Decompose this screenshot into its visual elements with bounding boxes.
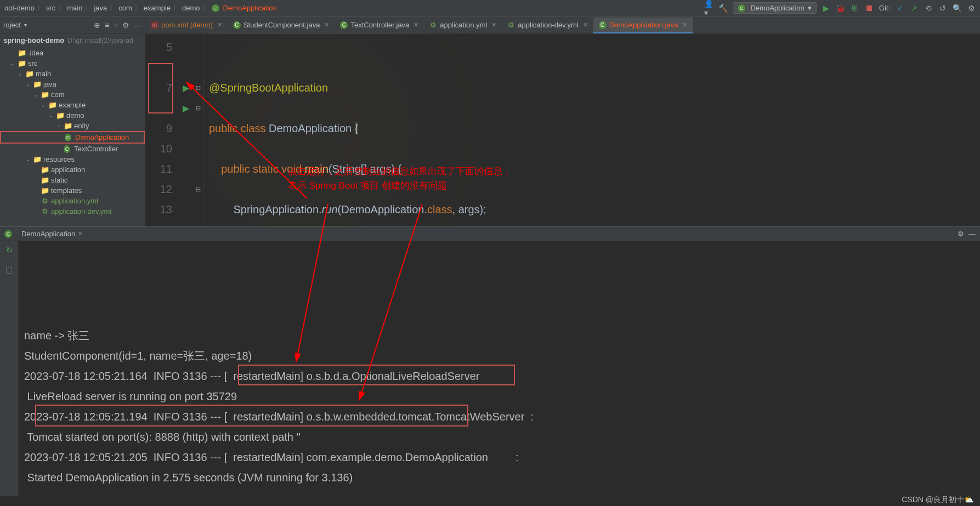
breadcrumb-active[interactable]: DemoApplication	[223, 4, 277, 12]
editor-tab[interactable]: mpom.xml (demo)✕	[145, 18, 228, 33]
breadcrumb-item[interactable]: java	[94, 4, 107, 12]
editor-tab[interactable]: CStudentComponent.java✕	[228, 18, 335, 33]
run-icon[interactable]: ▶	[822, 4, 831, 13]
select-opened-icon[interactable]: ⊕	[94, 21, 100, 30]
user-icon[interactable]: 👤▾	[704, 4, 713, 13]
collapse-icon[interactable]: ÷	[114, 21, 118, 30]
editor-tab[interactable]: CTextController.java✕	[335, 18, 424, 33]
project-panel-header: roject ▾ ⊕ ≡ ÷ ⚙ —	[0, 16, 145, 33]
file-icon: ⚙	[429, 21, 437, 29]
run-tab[interactable]: DemoApplication ✕	[18, 228, 86, 240]
close-icon[interactable]: ✕	[413, 21, 418, 29]
close-icon[interactable]: ✕	[682, 21, 687, 29]
tree-item[interactable]: 📁application	[0, 164, 145, 175]
tree-item[interactable]: 📁templates	[0, 185, 145, 196]
search-icon[interactable]: 🔍	[953, 4, 961, 13]
chevron-down-icon: ▾	[808, 4, 812, 12]
run-toolbar: 👤▾ 🔨 C DemoApplication ▾ ▶ 🐞 ⛨ Git: ✓ ↗ …	[704, 2, 976, 14]
project-root[interactable]: spring-boot-demo D:\git install(2)\java-…	[0, 34, 145, 47]
tree-item[interactable]: ⌄📁java	[0, 79, 145, 89]
tree-item[interactable]: ⚙application.yml	[0, 196, 145, 206]
expand-icon[interactable]: ⌄	[10, 61, 15, 66]
folder-src-icon: 📁	[48, 101, 56, 109]
debug-icon[interactable]: 🐞	[836, 4, 845, 13]
class-icon: C	[212, 4, 219, 12]
folder-icon: 📁	[25, 70, 33, 78]
tree-item[interactable]: 📁static	[0, 175, 145, 185]
layout-icon[interactable]: ⬚	[5, 265, 13, 274]
build-icon[interactable]: 🔨	[718, 4, 727, 13]
settings-icon[interactable]: ⚙	[967, 4, 976, 13]
editor-tabs: mpom.xml (demo)✕CStudentComponent.java✕C…	[145, 16, 980, 33]
tree-item[interactable]: 📁.idea	[0, 48, 145, 58]
tree-item[interactable]: ⌄📁example	[0, 100, 145, 110]
folder-src-icon: 📁	[33, 81, 41, 88]
code-content[interactable]: @SpringBootApplication public class Demo…	[203, 34, 492, 232]
close-icon[interactable]: ✕	[78, 230, 83, 237]
folder-icon: 📁	[33, 156, 41, 163]
breadcrumb-item[interactable]: demo	[182, 4, 200, 12]
expand-icon[interactable]: ›	[56, 123, 61, 129]
rerun-icon[interactable]: ↻	[6, 246, 13, 254]
folder-icon: 📁	[41, 177, 49, 184]
project-panel-label[interactable]: roject	[3, 21, 21, 29]
expand-icon[interactable]: ⌄	[25, 157, 31, 162]
close-icon[interactable]: ✕	[324, 21, 329, 29]
class-icon: C	[738, 4, 745, 12]
close-icon[interactable]: ✕	[217, 21, 222, 29]
run-gutter: ▶ ▶	[178, 34, 194, 232]
chevron-down-icon[interactable]: ▾	[24, 22, 27, 28]
breadcrumb-item[interactable]: com	[118, 4, 132, 12]
run-line-icon[interactable]: ▶	[183, 83, 189, 93]
coverage-icon[interactable]: ⛨	[851, 4, 859, 13]
tree-item[interactable]: CTextController	[0, 144, 145, 154]
close-icon[interactable]: ✕	[491, 21, 496, 29]
tree-item[interactable]: ⚙application-dev.yml	[0, 206, 145, 217]
editor-tab[interactable]: ⚙application-dev.yml✕	[502, 18, 593, 33]
gear-icon[interactable]: ⚙	[122, 21, 129, 30]
breadcrumb: oot-demo〉 src〉 main〉 java〉 com〉 example〉…	[4, 3, 277, 13]
run-config-selector[interactable]: C DemoApplication ▾	[733, 2, 816, 14]
line-gutter: 57910111213	[145, 34, 178, 232]
tree-item[interactable]: ⌄📁demo	[0, 110, 145, 121]
hide-icon[interactable]: —	[134, 21, 141, 30]
git-update-icon[interactable]: ✓	[896, 4, 904, 13]
folder-icon: 📁	[18, 49, 26, 57]
tree-item[interactable]: ⌄📁src	[0, 58, 145, 69]
console-output[interactable]: name -> 张三StudentComponent(id=1, name=张三…	[19, 241, 980, 496]
hide-icon[interactable]: —	[968, 230, 976, 238]
breadcrumb-item[interactable]: main	[67, 4, 82, 12]
close-icon[interactable]: ✕	[583, 21, 588, 29]
expand-icon[interactable]: ⌄	[33, 92, 38, 98]
breadcrumb-item[interactable]: src	[46, 4, 55, 12]
code-editor[interactable]: 57910111213 ▶ ▶ ⊟⊟ ⊟ @SpringBootApplicat…	[145, 34, 980, 232]
stop-icon[interactable]	[865, 4, 874, 13]
folder-icon: 📁	[41, 187, 49, 195]
file-icon: ⚙	[507, 21, 515, 29]
editor-tab[interactable]: CDemoApplication.java✕	[593, 18, 693, 33]
editor-tab[interactable]: ⚙application.yml✕	[424, 18, 502, 33]
expand-icon[interactable]: ≡	[105, 21, 109, 30]
tree-item[interactable]: ⌄📁resources	[0, 154, 145, 164]
expand-icon[interactable]: ⌄	[48, 113, 54, 118]
git-revert-icon[interactable]: ↺	[938, 4, 947, 13]
expand-icon[interactable]: ⌄	[18, 71, 23, 77]
gear-icon[interactable]: ⚙	[958, 230, 964, 238]
file-icon: C	[233, 21, 241, 29]
tree-item[interactable]: ›📁enity	[0, 121, 145, 131]
file-icon: C	[599, 21, 607, 29]
folder-src-icon: 📁	[56, 112, 64, 120]
breadcrumb-item[interactable]: example	[144, 4, 171, 12]
git-push-icon[interactable]: ↗	[910, 4, 919, 13]
git-history-icon[interactable]: ⟲	[924, 4, 933, 13]
run-line-icon[interactable]: ▶	[183, 103, 189, 113]
tree-item[interactable]: CDemoApplication	[0, 131, 145, 144]
breadcrumb-item[interactable]: oot-demo	[4, 4, 35, 12]
tree-item[interactable]: ⌄📁main	[0, 69, 145, 79]
fold-gutter: ⊟⊟ ⊟	[194, 34, 203, 232]
tree-item[interactable]: ⌄📁com	[0, 89, 145, 100]
expand-icon[interactable]: ⌄	[25, 82, 31, 87]
top-toolbar: oot-demo〉 src〉 main〉 java〉 com〉 example〉…	[0, 0, 980, 16]
second-toolbar: roject ▾ ⊕ ≡ ÷ ⚙ — mpom.xml (demo)✕CStud…	[0, 16, 980, 34]
expand-icon[interactable]: ⌄	[41, 103, 46, 108]
